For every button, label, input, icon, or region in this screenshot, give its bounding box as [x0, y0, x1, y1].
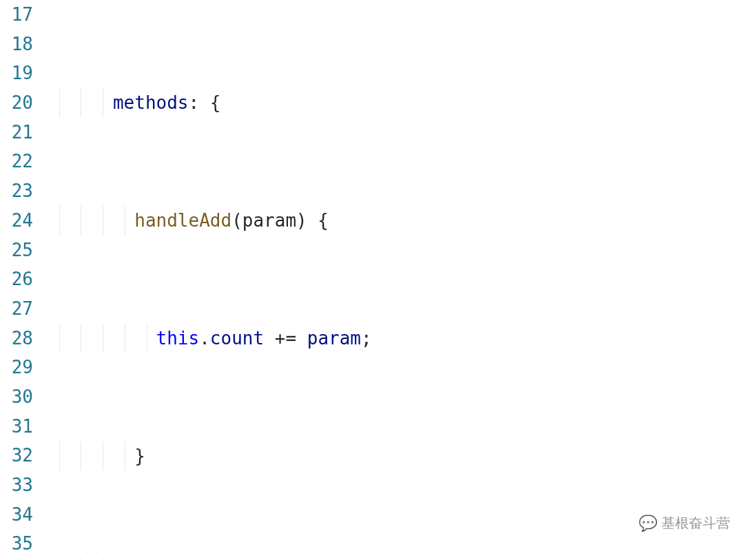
code-area[interactable]: methods: { handleAdd(param) { this.count… — [48, 0, 744, 560]
line-number: 34 — [0, 500, 33, 530]
code-line: this.count += param; — [48, 324, 744, 353]
line-number: 18 — [0, 30, 33, 59]
line-number: 20 — [0, 88, 33, 118]
code-editor[interactable]: 17 18 19 20 21 22 23 24 25 26 27 28 29 3… — [0, 0, 744, 560]
line-number: 30 — [0, 382, 33, 412]
line-number: 29 — [0, 353, 33, 382]
line-number: 33 — [0, 470, 33, 500]
line-number: 25 — [0, 236, 33, 265]
line-number: 28 — [0, 324, 33, 353]
line-number: 17 — [0, 0, 33, 30]
code-line: } — [48, 442, 744, 471]
line-number: 35 — [0, 529, 33, 559]
watermark-text: 基根奋斗营 — [661, 514, 730, 532]
wechat-icon: 💬 — [639, 515, 657, 532]
line-number: 26 — [0, 265, 33, 294]
code-line: methods: { — [48, 88, 744, 118]
line-number: 32 — [0, 441, 33, 470]
line-gutter: 17 18 19 20 21 22 23 24 25 26 27 28 29 3… — [0, 0, 48, 560]
line-number: 23 — [0, 176, 33, 206]
line-number: 21 — [0, 118, 33, 147]
line-number: 24 — [0, 206, 33, 236]
line-number: 31 — [0, 412, 33, 442]
watermark: 💬 基根奋斗营 — [639, 514, 730, 532]
line-number: 22 — [0, 147, 33, 176]
line-number: 27 — [0, 294, 33, 324]
line-number: 19 — [0, 59, 33, 88]
code-line: handleAdd(param) { — [48, 206, 744, 236]
